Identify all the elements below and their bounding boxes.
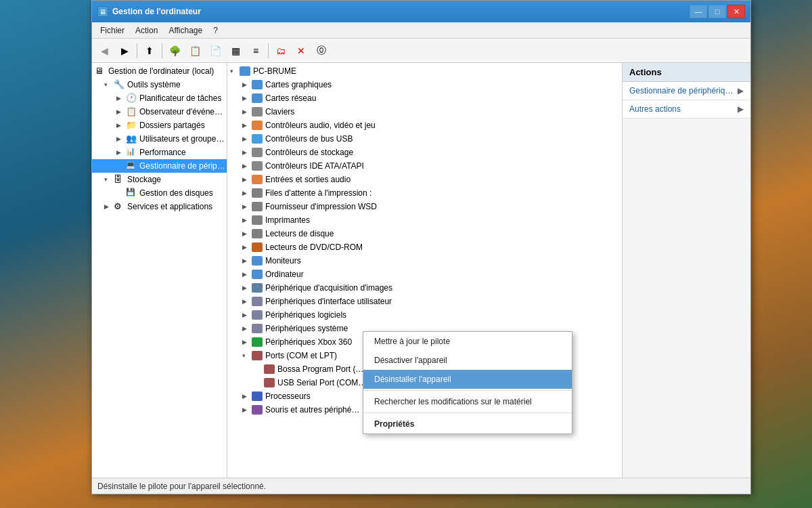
tree-root[interactable]: 🖥 Gestion de l'ordinateur (local) [92,64,227,78]
tree-outils-label: Outils système [127,80,181,89]
actions-gestionnaire[interactable]: Gestionnaire de périphériq… ▶ [623,82,750,100]
chevron-icon: ▶ [242,230,252,237]
chevron-icon: ▶ [242,176,252,183]
actions-panel: Actions Gestionnaire de périphériq… ▶ Au… [622,63,750,478]
maximize-button[interactable]: □ [708,5,726,18]
view4-button[interactable]: ≡ [246,42,265,60]
device-hid-label: Périphériques d'interface utilisateur [265,297,392,306]
device-dvd[interactable]: ▶ Lecteurs de DVD/CD-ROM [227,240,622,254]
tree-gestionnaire[interactable]: 💻 Gestionnaire de périphé… [92,159,227,173]
chevron-icon: ▶ [242,244,252,251]
device-stockage-label: Contrôleurs de stockage [265,148,353,157]
tree-utilisateurs[interactable]: ▶ 👥 Utilisateurs et groupes l… [92,132,227,146]
chevron-icon: ▶ [242,393,252,400]
menu-action[interactable]: Action [130,24,163,37]
device-usb[interactable]: ▶ Contrôleurs de bus USB [227,132,622,146]
delete-button[interactable]: ✕ [292,42,311,60]
chevron-icon: ▶ [104,203,114,210]
ctx-desactiver[interactable]: Désactiver l'appareil [363,351,572,370]
tree-performance[interactable]: ▶ 📊 Performance [92,146,227,159]
printer-icon [252,215,263,225]
actions-autres[interactable]: Autres actions ▶ [623,100,750,119]
tree-outils[interactable]: ▾ 🔧 Outils système [92,78,227,91]
device-camera[interactable]: ▶ Périphérique d'acquisition d'images [227,281,622,295]
device-files-impression-label: Files d'attente à l'impression : [265,188,371,198]
view2-button[interactable]: 📄 [206,42,225,60]
device-hid[interactable]: ▶ Périphériques d'interface utilisateur [227,295,622,308]
actions-autres-label: Autres actions [629,104,681,114]
device-ide[interactable]: ▶ Contrôleurs IDE ATA/ATAPI [227,159,622,173]
forward-button[interactable]: ▶ [115,42,134,60]
tree-observateur[interactable]: ▶ 📋 Observateur d'événeme… [92,105,227,119]
device-souris-label: Souris et autres périphé… [265,405,359,415]
device-ide-label: Contrôleurs IDE ATA/ATAPI [265,161,364,171]
audio-io-icon [252,175,263,184]
chevron-icon: ▶ [116,95,126,102]
menu-fichier[interactable]: Fichier [95,24,130,37]
device-imprimantes[interactable]: ▶ Imprimantes [227,213,622,227]
arrow-icon: ▶ [738,86,744,96]
tree-stockage-label: Stockage [127,175,161,184]
up-button[interactable]: ⬆ [140,42,159,60]
ctx-mettre-a-jour[interactable]: Mettre à jour le pilote [363,332,572,351]
device-audio[interactable]: ▶ Contrôleurs audio, vidéo et jeu [227,119,622,132]
show-hide-tree-button[interactable]: 🌳 [165,42,184,60]
device-usb-label: Contrôleurs de bus USB [265,134,353,144]
device-dvd-label: Lecteurs de DVD/CD-ROM [265,242,363,252]
minimize-button[interactable]: — [690,5,707,18]
device-lecteurs-disque[interactable]: ▶ Lecteurs de disque [227,227,622,240]
tree-observateur-label: Observateur d'événeme… [139,107,225,117]
close-button[interactable]: ✕ [727,5,745,18]
window-controls: — □ ✕ [690,5,745,18]
ctx-rechercher[interactable]: Rechercher les modifications sur le maté… [363,392,572,411]
view3-button[interactable]: ▦ [226,42,245,60]
tree-services[interactable]: ▶ ⚙ Services et applications [92,200,227,213]
chevron-icon: ▶ [116,149,126,156]
ctx-desinstaller[interactable]: Désinstaller l'appareil [363,370,572,389]
tree-services-label: Services et applications [127,202,212,211]
menu-affichage[interactable]: Affichage [163,24,208,37]
tree-dossiers[interactable]: ▶ 📁 Dossiers partagés [92,119,227,132]
cpu-icon [252,391,263,401]
tree-disques[interactable]: 💾 Gestion des disques [92,186,227,200]
device-ports-label: Ports (COM et LPT) [265,351,337,360]
actions-panel-header: Actions [623,63,750,82]
storage-ctrl-icon [252,148,263,157]
services-icon: ⚙ [114,201,125,212]
device-fourn-wsd[interactable]: ▶ Fournisseur d'impression WSD [227,200,622,213]
device-files-impression[interactable]: ▶ Files d'attente à l'impression : [227,186,622,200]
tree-stockage[interactable]: ▾ 🗄 Stockage [92,173,227,186]
device-ordinateur[interactable]: ▶ Ordinateur [227,268,622,281]
device-claviers[interactable]: ▶ Claviers [227,105,622,119]
chevron-icon: ▶ [242,312,252,318]
device-moniteurs[interactable]: ▶ Moniteurs [227,254,622,268]
device-cartes-graph[interactable]: ▶ Cartes graphiques [227,78,622,91]
device-logiciels-label: Périphériques logiciels [265,310,346,320]
device-entrees-sorties[interactable]: ▶ Entrées et sorties audio [227,173,622,186]
device-stockage[interactable]: ▶ Contrôleurs de stockage [227,146,622,159]
device-logiciels[interactable]: ▶ Périphériques logiciels [227,308,622,322]
device-cartes-reseau[interactable]: ▶ Cartes réseau [227,91,622,105]
tree-root-label: Gestion de l'ordinateur (local) [108,66,214,76]
device-root[interactable]: ▾ PC-BRUME [227,64,622,78]
ctx-separator1 [363,390,572,391]
window-icon: 🖥 [97,6,108,17]
tree-planificateur[interactable]: ▶ 🕐 Planificateur de tâches [92,91,227,105]
export-button[interactable]: 🗂 [271,42,290,60]
ctx-proprietes[interactable]: Propriétés [363,415,572,433]
monitor-icon [252,256,263,266]
dvd-icon [252,242,263,252]
view-button[interactable]: 📋 [185,42,204,60]
chevron-icon: ▶ [116,122,126,129]
chevron-icon: ▶ [242,135,252,142]
title-bar: 🖥 Gestion de l'ordinateur — □ ✕ [92,1,750,22]
properties-button[interactable]: ⓪ [312,42,331,60]
usb-serial-icon [264,378,275,387]
back-button[interactable]: ◀ [95,42,114,60]
menu-help[interactable]: ? [208,24,223,37]
pc-icon [240,66,250,76]
expand-icon: ▾ [242,352,252,359]
device-audio-label: Contrôleurs audio, vidéo et jeu [265,121,376,130]
device-lecteurs-disque-label: Lecteurs de disque [265,229,334,238]
chevron-icon: ▶ [242,108,252,115]
